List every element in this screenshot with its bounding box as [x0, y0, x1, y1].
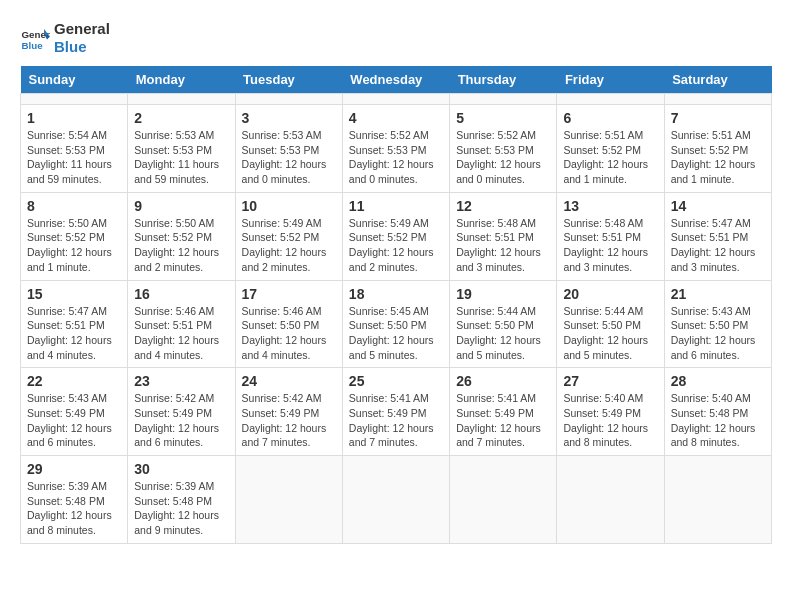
calendar-week-row: 15Sunrise: 5:47 AMSunset: 5:51 PMDayligh… [21, 280, 772, 368]
day-info: Sunrise: 5:43 AMSunset: 5:50 PMDaylight:… [671, 304, 765, 363]
day-number: 26 [456, 373, 550, 389]
calendar-cell: 4Sunrise: 5:52 AMSunset: 5:53 PMDaylight… [342, 105, 449, 193]
day-info: Sunrise: 5:41 AMSunset: 5:49 PMDaylight:… [349, 391, 443, 450]
day-info: Sunrise: 5:45 AMSunset: 5:50 PMDaylight:… [349, 304, 443, 363]
day-number: 4 [349, 110, 443, 126]
calendar-cell [342, 456, 449, 544]
calendar-cell: 14Sunrise: 5:47 AMSunset: 5:51 PMDayligh… [664, 192, 771, 280]
calendar-cell: 11Sunrise: 5:49 AMSunset: 5:52 PMDayligh… [342, 192, 449, 280]
day-info: Sunrise: 5:47 AMSunset: 5:51 PMDaylight:… [671, 216, 765, 275]
day-number: 21 [671, 286, 765, 302]
day-info: Sunrise: 5:46 AMSunset: 5:50 PMDaylight:… [242, 304, 336, 363]
day-info: Sunrise: 5:49 AMSunset: 5:52 PMDaylight:… [349, 216, 443, 275]
calendar-week-row: 29Sunrise: 5:39 AMSunset: 5:48 PMDayligh… [21, 456, 772, 544]
calendar-cell [664, 456, 771, 544]
day-info: Sunrise: 5:52 AMSunset: 5:53 PMDaylight:… [349, 128, 443, 187]
day-info: Sunrise: 5:51 AMSunset: 5:52 PMDaylight:… [563, 128, 657, 187]
day-info: Sunrise: 5:44 AMSunset: 5:50 PMDaylight:… [563, 304, 657, 363]
weekday-header: Sunday [21, 66, 128, 94]
day-info: Sunrise: 5:49 AMSunset: 5:52 PMDaylight:… [242, 216, 336, 275]
calendar-cell [235, 94, 342, 105]
day-number: 22 [27, 373, 121, 389]
calendar-week-row: 8Sunrise: 5:50 AMSunset: 5:52 PMDaylight… [21, 192, 772, 280]
day-number: 17 [242, 286, 336, 302]
day-info: Sunrise: 5:40 AMSunset: 5:48 PMDaylight:… [671, 391, 765, 450]
day-info: Sunrise: 5:39 AMSunset: 5:48 PMDaylight:… [134, 479, 228, 538]
calendar-cell: 30Sunrise: 5:39 AMSunset: 5:48 PMDayligh… [128, 456, 235, 544]
calendar-cell: 16Sunrise: 5:46 AMSunset: 5:51 PMDayligh… [128, 280, 235, 368]
day-number: 23 [134, 373, 228, 389]
calendar-cell: 21Sunrise: 5:43 AMSunset: 5:50 PMDayligh… [664, 280, 771, 368]
day-number: 20 [563, 286, 657, 302]
calendar-cell: 20Sunrise: 5:44 AMSunset: 5:50 PMDayligh… [557, 280, 664, 368]
day-number: 28 [671, 373, 765, 389]
calendar-cell: 29Sunrise: 5:39 AMSunset: 5:48 PMDayligh… [21, 456, 128, 544]
weekday-header: Friday [557, 66, 664, 94]
day-number: 6 [563, 110, 657, 126]
calendar-cell: 5Sunrise: 5:52 AMSunset: 5:53 PMDaylight… [450, 105, 557, 193]
weekday-header: Wednesday [342, 66, 449, 94]
day-info: Sunrise: 5:44 AMSunset: 5:50 PMDaylight:… [456, 304, 550, 363]
calendar-cell: 1Sunrise: 5:54 AMSunset: 5:53 PMDaylight… [21, 105, 128, 193]
calendar-cell: 10Sunrise: 5:49 AMSunset: 5:52 PMDayligh… [235, 192, 342, 280]
day-number: 10 [242, 198, 336, 214]
page-header: General Blue General Blue [20, 20, 772, 56]
day-info: Sunrise: 5:47 AMSunset: 5:51 PMDaylight:… [27, 304, 121, 363]
calendar-cell [557, 94, 664, 105]
calendar-cell [557, 456, 664, 544]
logo-blue-text: Blue [54, 38, 110, 56]
weekday-header: Tuesday [235, 66, 342, 94]
calendar-week-row [21, 94, 772, 105]
calendar-cell: 19Sunrise: 5:44 AMSunset: 5:50 PMDayligh… [450, 280, 557, 368]
svg-text:Blue: Blue [22, 40, 44, 51]
day-number: 9 [134, 198, 228, 214]
day-number: 13 [563, 198, 657, 214]
logo-icon: General Blue [20, 23, 50, 53]
day-number: 2 [134, 110, 228, 126]
calendar-cell: 23Sunrise: 5:42 AMSunset: 5:49 PMDayligh… [128, 368, 235, 456]
day-header-row: SundayMondayTuesdayWednesdayThursdayFrid… [21, 66, 772, 94]
day-info: Sunrise: 5:40 AMSunset: 5:49 PMDaylight:… [563, 391, 657, 450]
day-number: 30 [134, 461, 228, 477]
day-info: Sunrise: 5:42 AMSunset: 5:49 PMDaylight:… [242, 391, 336, 450]
calendar-cell: 18Sunrise: 5:45 AMSunset: 5:50 PMDayligh… [342, 280, 449, 368]
day-number: 15 [27, 286, 121, 302]
calendar-cell: 12Sunrise: 5:48 AMSunset: 5:51 PMDayligh… [450, 192, 557, 280]
calendar-cell: 7Sunrise: 5:51 AMSunset: 5:52 PMDaylight… [664, 105, 771, 193]
weekday-header: Thursday [450, 66, 557, 94]
day-number: 5 [456, 110, 550, 126]
day-info: Sunrise: 5:50 AMSunset: 5:52 PMDaylight:… [27, 216, 121, 275]
day-number: 27 [563, 373, 657, 389]
day-info: Sunrise: 5:52 AMSunset: 5:53 PMDaylight:… [456, 128, 550, 187]
weekday-header: Monday [128, 66, 235, 94]
day-number: 8 [27, 198, 121, 214]
calendar-cell: 3Sunrise: 5:53 AMSunset: 5:53 PMDaylight… [235, 105, 342, 193]
day-number: 7 [671, 110, 765, 126]
calendar-cell: 15Sunrise: 5:47 AMSunset: 5:51 PMDayligh… [21, 280, 128, 368]
calendar-week-row: 22Sunrise: 5:43 AMSunset: 5:49 PMDayligh… [21, 368, 772, 456]
calendar-cell: 26Sunrise: 5:41 AMSunset: 5:49 PMDayligh… [450, 368, 557, 456]
calendar-cell [664, 94, 771, 105]
calendar-cell [450, 94, 557, 105]
calendar-table: SundayMondayTuesdayWednesdayThursdayFrid… [20, 66, 772, 544]
calendar-cell: 27Sunrise: 5:40 AMSunset: 5:49 PMDayligh… [557, 368, 664, 456]
calendar-cell [342, 94, 449, 105]
day-number: 12 [456, 198, 550, 214]
day-info: Sunrise: 5:46 AMSunset: 5:51 PMDaylight:… [134, 304, 228, 363]
calendar-cell: 9Sunrise: 5:50 AMSunset: 5:52 PMDaylight… [128, 192, 235, 280]
calendar-cell: 2Sunrise: 5:53 AMSunset: 5:53 PMDaylight… [128, 105, 235, 193]
day-info: Sunrise: 5:53 AMSunset: 5:53 PMDaylight:… [242, 128, 336, 187]
day-info: Sunrise: 5:50 AMSunset: 5:52 PMDaylight:… [134, 216, 228, 275]
calendar-cell: 6Sunrise: 5:51 AMSunset: 5:52 PMDaylight… [557, 105, 664, 193]
calendar-cell: 8Sunrise: 5:50 AMSunset: 5:52 PMDaylight… [21, 192, 128, 280]
day-info: Sunrise: 5:48 AMSunset: 5:51 PMDaylight:… [563, 216, 657, 275]
day-number: 14 [671, 198, 765, 214]
weekday-header: Saturday [664, 66, 771, 94]
calendar-week-row: 1Sunrise: 5:54 AMSunset: 5:53 PMDaylight… [21, 105, 772, 193]
calendar-cell: 13Sunrise: 5:48 AMSunset: 5:51 PMDayligh… [557, 192, 664, 280]
day-info: Sunrise: 5:53 AMSunset: 5:53 PMDaylight:… [134, 128, 228, 187]
day-number: 1 [27, 110, 121, 126]
day-info: Sunrise: 5:41 AMSunset: 5:49 PMDaylight:… [456, 391, 550, 450]
day-info: Sunrise: 5:48 AMSunset: 5:51 PMDaylight:… [456, 216, 550, 275]
calendar-cell [128, 94, 235, 105]
